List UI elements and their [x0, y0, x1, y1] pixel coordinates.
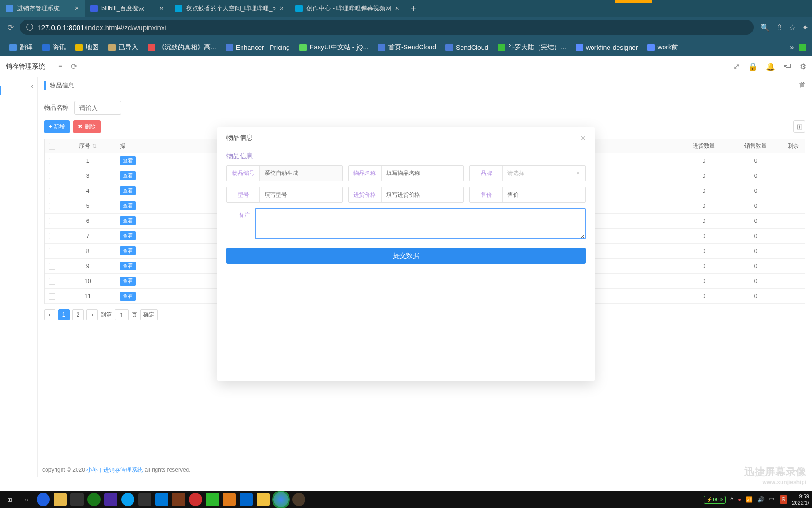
- modal-title: 物品信息: [226, 134, 253, 143]
- submit-button[interactable]: 提交数据: [226, 248, 586, 264]
- bookmark-item[interactable]: 已导入: [104, 41, 142, 54]
- page-tab[interactable]: 物品信息: [44, 81, 74, 90]
- bookmark-icon: [226, 44, 233, 51]
- tab-title: bilibili_百度搜索: [102, 4, 144, 13]
- app-icon[interactable]: [223, 493, 236, 506]
- bookmark-item[interactable]: 地图: [71, 41, 102, 54]
- remark-textarea[interactable]: [255, 208, 586, 239]
- volume-icon[interactable]: 🔊: [757, 496, 765, 503]
- new-tab-button[interactable]: +: [405, 3, 422, 14]
- browser-tabs: 进销存管理系统 × bilibili_百度搜索 × 夜点蚊香的个人空间_哔哩哔哩…: [0, 0, 812, 17]
- share-icon[interactable]: ⇪: [776, 23, 782, 32]
- bookmark-icon: [445, 44, 453, 51]
- vivaldi-icon[interactable]: [189, 493, 202, 506]
- footer-link[interactable]: 小补丁进销存管理系统: [86, 467, 143, 473]
- bookmark-item[interactable]: work前: [643, 41, 682, 54]
- tab-1[interactable]: bilibili_百度搜索 ×: [85, 0, 169, 17]
- favicon-icon: [6, 5, 13, 12]
- tab-3[interactable]: 创作中心 - 哔哩哔哩弹幕视频网 ×: [289, 0, 405, 17]
- bookmark-item[interactable]: SendCloud: [442, 42, 492, 53]
- modal-mask: 物品信息 × 物品信息 物品编号 物品名称 品牌: [0, 113, 812, 474]
- tag-icon[interactable]: 🏷: [784, 62, 791, 71]
- bookmark-item[interactable]: Enhancer - Pricing: [222, 42, 294, 53]
- refresh-icon[interactable]: ⟳: [71, 62, 77, 71]
- chevron-left-icon[interactable]: ‹: [28, 82, 37, 90]
- edge-icon[interactable]: [155, 493, 168, 506]
- field-code: 物品编号: [226, 165, 343, 181]
- gear-icon[interactable]: ⚙: [800, 62, 806, 71]
- ime-app-icon[interactable]: S: [780, 495, 787, 504]
- reading-list-icon[interactable]: [799, 44, 806, 51]
- inprice-input[interactable]: [382, 187, 464, 202]
- bookmark-item[interactable]: 首页-SendCloud: [374, 41, 440, 54]
- star-icon[interactable]: ☆: [789, 23, 796, 32]
- close-icon[interactable]: ×: [159, 4, 164, 13]
- fullscreen-icon[interactable]: ⤢: [734, 62, 740, 71]
- app-icon[interactable]: [87, 493, 101, 506]
- close-icon[interactable]: ×: [75, 4, 79, 13]
- collapse-icon[interactable]: ≡: [58, 63, 62, 71]
- close-icon[interactable]: ×: [580, 134, 586, 143]
- app-icon[interactable]: [172, 493, 185, 506]
- bookmark-item[interactable]: 资讯: [39, 41, 70, 54]
- bookmark-icon: [647, 44, 655, 51]
- folder-icon: [108, 44, 116, 51]
- price-input[interactable]: [503, 187, 585, 202]
- chevron-down-icon: ▼: [576, 171, 580, 176]
- explorer-icon[interactable]: [54, 493, 67, 506]
- field-label: 物品名称: [349, 166, 382, 181]
- field-name: 物品名称: [348, 165, 464, 181]
- battery-status[interactable]: ⚡99%: [704, 496, 726, 504]
- tray-app-icon[interactable]: ●: [738, 496, 741, 503]
- modal: 物品信息 × 物品信息 物品编号 物品名称 品牌: [217, 127, 595, 381]
- lock-icon[interactable]: 🔒: [748, 62, 757, 71]
- code-input[interactable]: [260, 166, 342, 181]
- app-icon[interactable]: [292, 493, 305, 506]
- field-price: 售价: [469, 187, 586, 203]
- footer: copyright © 2020 小补丁进销存管理系统 all rights r…: [42, 466, 191, 474]
- bookmark-item[interactable]: 《沉默的真相》高...: [144, 41, 220, 54]
- bookmark-bar: 翻译 资讯 地图 已导入 《沉默的真相》高... Enhancer - Pric…: [0, 38, 812, 56]
- app-icon[interactable]: [104, 493, 117, 506]
- network-icon[interactable]: 📶: [746, 496, 753, 503]
- extension-icon[interactable]: ✦: [802, 23, 808, 32]
- bookmark-item[interactable]: 斗罗大陆（完结）...: [494, 41, 570, 54]
- close-icon[interactable]: ×: [395, 4, 399, 13]
- app-icon[interactable]: [257, 493, 270, 506]
- store-icon[interactable]: [70, 493, 84, 506]
- brand-select[interactable]: 请选择 ▼: [503, 166, 585, 181]
- remark-label: 备注: [226, 208, 250, 239]
- bookmark-icon: [498, 44, 505, 51]
- bookmark-overflow[interactable]: »: [787, 43, 797, 52]
- clock[interactable]: 9:59 2022/1/: [792, 493, 809, 506]
- ime-indicator[interactable]: 中: [769, 496, 775, 504]
- bell-icon[interactable]: 🔔: [766, 62, 775, 71]
- bookmark-item[interactable]: EasyUI中文站 - jQ...: [296, 41, 372, 54]
- field-label: 售价: [470, 187, 503, 202]
- field-brand[interactable]: 品牌 请选择 ▼: [469, 165, 586, 181]
- zoom-icon[interactable]: 🔍: [760, 23, 770, 32]
- tray-chevron-icon[interactable]: ^: [730, 496, 733, 503]
- chrome-icon[interactable]: [273, 492, 289, 507]
- app-icon[interactable]: [138, 493, 151, 506]
- app-icon[interactable]: [240, 493, 253, 506]
- start-button[interactable]: ⊞: [3, 493, 16, 506]
- watermark: 迅捷屏幕录像 www.xunjieshipi: [744, 465, 806, 485]
- model-input[interactable]: [260, 187, 342, 202]
- edge-old-icon[interactable]: [121, 493, 134, 506]
- reload-button[interactable]: ⟳: [4, 21, 17, 34]
- bookmark-item[interactable]: 翻译: [6, 41, 37, 54]
- tab-0[interactable]: 进销存管理系统 ×: [0, 0, 85, 17]
- name-input[interactable]: [382, 166, 464, 181]
- right-link[interactable]: 首: [793, 77, 812, 94]
- cortana-icon[interactable]: ○: [20, 493, 33, 506]
- app-icon[interactable]: [37, 493, 50, 506]
- bookmark-icon: [576, 44, 583, 51]
- close-icon[interactable]: ×: [280, 4, 284, 13]
- tab-2[interactable]: 夜点蚊香的个人空间_哔哩哔哩_b ×: [169, 0, 289, 17]
- wechat-icon[interactable]: [206, 493, 219, 506]
- sidebar-active-indicator: [0, 86, 31, 95]
- bookmark-item[interactable]: workfine-designer: [572, 42, 642, 53]
- bookmark-icon: [9, 44, 17, 51]
- url-input[interactable]: ⓘ 127.0.0.1:8001/index.html#/zd/wupinxin…: [20, 20, 754, 35]
